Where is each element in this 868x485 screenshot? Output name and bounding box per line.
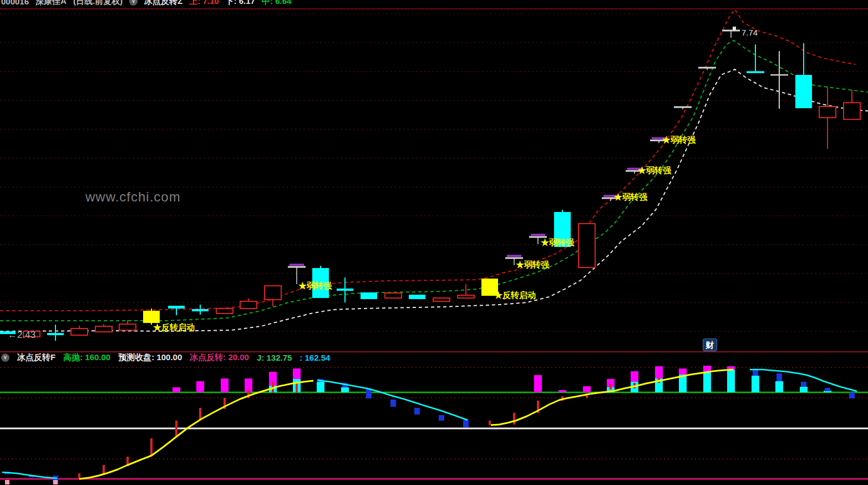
candle-up bbox=[385, 293, 402, 298]
histogram-bar-magenta bbox=[631, 371, 638, 382]
histogram-bar-red bbox=[296, 383, 298, 392]
candle-up bbox=[458, 295, 474, 298]
histogram-bar-cyan bbox=[317, 382, 324, 392]
candle-down bbox=[168, 306, 185, 309]
histogram-bar-blue bbox=[776, 373, 782, 381]
histogram-bar-blue bbox=[439, 415, 444, 421]
histogram-bar-red bbox=[489, 421, 491, 425]
peak-price-label: 7.74 bbox=[742, 28, 758, 37]
candle-up bbox=[240, 301, 257, 309]
indicator-curve-yellow_curve_1 bbox=[79, 381, 313, 479]
histogram-bar-magenta bbox=[221, 378, 229, 392]
histogram-bar-blue bbox=[414, 408, 420, 415]
indicator-panel-header: ∨ 冰点反转F 高抛: 160.00 预测收盘: 100.00 冰点反转: 20… bbox=[1, 352, 330, 363]
histogram-bar-magenta bbox=[534, 375, 542, 392]
gaopao-value: 高抛: 160.00 bbox=[63, 352, 110, 363]
histogram-bar-blue bbox=[390, 400, 396, 407]
watermark: www.cfchi.com bbox=[85, 189, 181, 205]
histogram-bar-red bbox=[150, 438, 153, 456]
indicator-panel-title: 冰点反转F bbox=[17, 352, 55, 363]
histogram-bar-magenta bbox=[559, 390, 566, 392]
histogram-bar-blue bbox=[825, 388, 830, 391]
channel-line-green bbox=[0, 41, 868, 321]
candle-down bbox=[312, 268, 329, 298]
candle-up bbox=[71, 329, 88, 335]
histogram-bar-blue bbox=[801, 382, 806, 387]
trading-app-window: 000016 深康佳A (日线.前复权) ∨ 冰点反转Z 上: 7.10 下: … bbox=[0, 0, 868, 485]
candle-up bbox=[216, 309, 233, 314]
histogram-bar-red bbox=[513, 413, 515, 425]
histogram-bar-pink bbox=[53, 480, 58, 484]
bingdian-value: 冰点反转: 20.00 bbox=[190, 352, 249, 363]
candle-down bbox=[192, 309, 209, 311]
candle-down bbox=[409, 295, 425, 299]
histogram-bar-red bbox=[175, 421, 177, 437]
histogram-bar-red bbox=[610, 384, 612, 390]
top-separator-line bbox=[0, 8, 868, 9]
candle-up bbox=[819, 107, 836, 118]
histogram-bar-cyan bbox=[752, 376, 759, 392]
forecast-close-value: 预测收盘: 100.00 bbox=[118, 352, 182, 363]
histogram-bar-cyan bbox=[703, 372, 711, 392]
candle-signal bbox=[481, 279, 498, 296]
histogram-bar-cyan bbox=[800, 387, 808, 392]
histogram-bar-magenta bbox=[172, 387, 180, 392]
chart-canvas bbox=[0, 0, 868, 485]
indicator-curve-cyan_curve_1 bbox=[2, 472, 57, 478]
candle-up bbox=[119, 324, 136, 330]
candle-down bbox=[47, 333, 64, 335]
price-marker bbox=[733, 27, 736, 30]
low-price-label: ←2.43 bbox=[8, 330, 35, 341]
histogram-bar-magenta bbox=[583, 386, 591, 392]
collapse-chevron-icon[interactable]: ∨ bbox=[129, 0, 138, 6]
candle-down bbox=[554, 212, 571, 247]
candle-up bbox=[265, 286, 281, 300]
lower-band-value: 下: 6.17 bbox=[226, 0, 255, 7]
candle-down bbox=[361, 292, 377, 299]
mid-band-value: 中: 6.64 bbox=[262, 0, 291, 7]
candle-signal bbox=[143, 311, 160, 323]
channel-line-red bbox=[0, 9, 855, 311]
histogram-bar-blue bbox=[849, 392, 855, 398]
candle-up bbox=[578, 224, 595, 267]
histogram-bar-cyan bbox=[727, 370, 735, 392]
candle-down bbox=[795, 75, 812, 108]
period-label: (日线.前复权) bbox=[73, 0, 123, 7]
histogram-bar-magenta bbox=[293, 368, 301, 379]
main-chart-header: 000016 深康佳A (日线.前复权) ∨ 冰点反转Z 上: 7.10 下: … bbox=[1, 0, 291, 7]
histogram-bar-pink bbox=[5, 480, 9, 484]
candle-down bbox=[337, 289, 353, 291]
histogram-bar-magenta bbox=[679, 368, 687, 375]
extra-value: : 162.54 bbox=[300, 353, 330, 362]
j-value: J: 132.75 bbox=[257, 353, 292, 362]
histogram-bar-magenta bbox=[196, 381, 204, 392]
stock-name: 深康佳A bbox=[35, 0, 67, 7]
candle-up bbox=[95, 326, 112, 332]
histogram-bar-magenta bbox=[655, 366, 663, 378]
histogram-bar-cyan bbox=[341, 387, 349, 392]
finance-badge[interactable]: 财 bbox=[703, 339, 717, 351]
collapse-chevron-icon[interactable]: ∨ bbox=[1, 353, 9, 362]
stock-code: 000016 bbox=[1, 0, 29, 6]
histogram-bar-blue bbox=[463, 420, 469, 427]
candle-up bbox=[844, 103, 860, 119]
main-indicator-name: 冰点反转Z bbox=[144, 0, 182, 7]
upper-band-value: 上: 7.10 bbox=[189, 0, 219, 7]
indicator-curve-yellow_curve_2 bbox=[491, 370, 733, 425]
histogram-bar-cyan bbox=[775, 381, 783, 392]
candle-up bbox=[433, 298, 450, 301]
